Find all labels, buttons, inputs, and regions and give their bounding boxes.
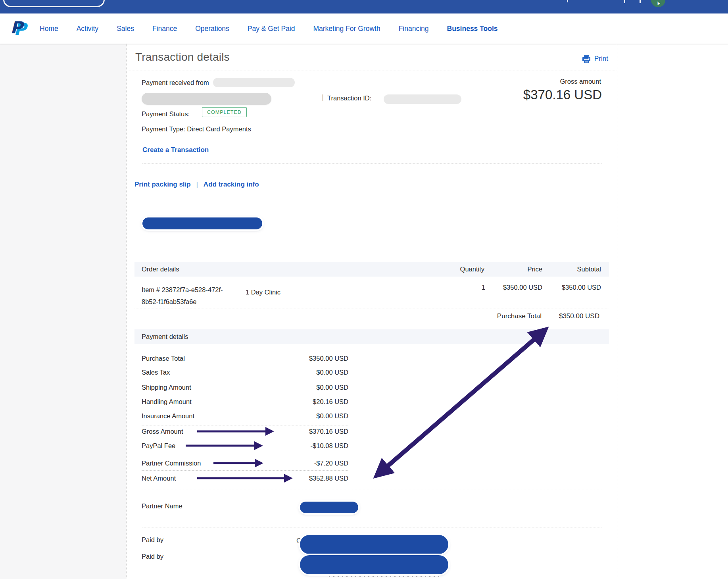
payment-status-label: Payment Status: [142, 110, 190, 118]
paid-by-label-1: Paid by [142, 536, 163, 544]
redacted-paid-by-1 [300, 535, 448, 554]
paid-by-label-2: Paid by [142, 553, 163, 560]
divider [142, 203, 602, 203]
payment-details-header: Payment details [134, 329, 609, 344]
print-button[interactable]: Print [582, 54, 608, 63]
divider [127, 71, 617, 71]
search-input[interactable] [3, 0, 105, 7]
create-transaction-link[interactable]: Create a Transaction [142, 146, 209, 154]
column-subtotal: Subtotal [577, 265, 601, 273]
nav-items: Home Activity Sales Finance Operations P… [40, 25, 498, 33]
nav-item-activity[interactable]: Activity [77, 25, 98, 33]
item-price: $350.00 USD [503, 284, 542, 291]
print-packing-slip-link[interactable]: Print packing slip [134, 181, 191, 189]
redacted-payer-name [213, 78, 295, 87]
payment-row-handling-amount: Handling Amount$20.16 USD [142, 397, 348, 406]
redacted-transaction-id [384, 94, 461, 104]
payment-type-line: Payment Type: Direct Card Payments [142, 125, 251, 133]
nav-item-financing[interactable]: Financing [399, 25, 429, 33]
order-details-title: Order details [142, 265, 179, 273]
redacted-payer-detail [142, 93, 271, 105]
banner-separator [567, 0, 568, 2]
payment-row-purchase-total: Purchase Total$350.00 USD [142, 354, 348, 363]
nav-item-marketing-for-growth[interactable]: Marketing For Growth [313, 25, 380, 33]
nav-item-finance[interactable]: Finance [152, 25, 177, 33]
payment-row-partner-commission: Partner Commission-$7.20 USD [142, 458, 348, 468]
printer-icon [582, 54, 591, 63]
payment-row-net-amount: Net Amount$352.88 USD [142, 473, 348, 483]
transaction-id-label: Transaction ID: [327, 94, 371, 102]
transaction-card: Transaction details Print Payment receiv… [126, 44, 617, 579]
redacted-text-fragment [329, 575, 440, 577]
payment-received-label: Payment received from [142, 79, 209, 87]
payment-received-row: Payment received from [142, 78, 295, 87]
banner-separator [624, 0, 625, 3]
item-description: 1 Day Clinic [246, 289, 280, 296]
purchase-total-value: $350.00 USD [559, 312, 599, 320]
top-banner: ➤ [0, 0, 728, 13]
divider [142, 425, 348, 425]
nav-item-home[interactable]: Home [40, 25, 58, 33]
divider [142, 527, 602, 527]
shipping-actions-row: Print packing slip | Add tracking info [134, 181, 259, 189]
column-price: Price [527, 265, 542, 273]
paypal-logo-icon[interactable]: P P [10, 18, 29, 39]
redacted-info-pill [142, 217, 262, 229]
nav-item-sales[interactable]: Sales [117, 25, 134, 33]
gross-amount-value: $370.16 USD [523, 87, 602, 102]
item-subtotal: $350.00 USD [562, 284, 601, 291]
payment-status-badge: COMPLETED [202, 107, 247, 117]
purchase-total-label: Purchase Total [497, 312, 542, 320]
payment-row-paypal-fee: PayPal Fee-$10.08 USD [142, 441, 348, 450]
order-details-header: Order details Quantity Price Subtotal [134, 262, 609, 277]
gross-amount-label: Gross amount [560, 78, 601, 85]
payment-row-shipping-amount: Shipping Amount$0.00 USD [142, 383, 348, 392]
divider [142, 489, 602, 489]
assistant-icon[interactable]: ➤ [651, 0, 665, 7]
page-left-margin [0, 44, 126, 579]
payment-details-title: Payment details [142, 333, 188, 340]
add-tracking-info-link[interactable]: Add tracking info [204, 181, 259, 189]
payment-row-gross-amount: Gross Amount$370.16 USD [142, 427, 348, 436]
divider-pipe: | [196, 181, 198, 188]
payment-row-insurance-amount: Insurance Amount$0.00 USD [142, 411, 348, 421]
nav-item-pay-get-paid[interactable]: Pay & Get Paid [248, 25, 295, 33]
redacted-paid-by-2 [300, 555, 448, 574]
nav-item-business-tools[interactable]: Business Tools [447, 25, 498, 33]
print-label: Print [594, 55, 608, 63]
divider [142, 164, 602, 164]
item-number: Item # 23872f7a-e528-472f- 8b52-f1f6ab53… [142, 284, 241, 308]
divider-pipe: | [322, 93, 324, 102]
divider [142, 470, 348, 471]
divider [134, 308, 609, 308]
partner-name-label: Partner Name [142, 502, 182, 510]
transaction-details-page: ➤ P P Home Activity Sales Finance Operat… [0, 0, 728, 579]
nav-item-operations[interactable]: Operations [195, 25, 229, 33]
redacted-partner-name [300, 502, 358, 513]
banner-separator [640, 0, 641, 3]
item-quantity: 1 [482, 284, 485, 291]
main-nav: P P Home Activity Sales Finance Operatio… [0, 13, 728, 44]
page-title: Transaction details [135, 51, 230, 63]
payment-row-sales-tax: Sales Tax$0.00 USD [142, 367, 348, 377]
column-quantity: Quantity [460, 265, 484, 273]
